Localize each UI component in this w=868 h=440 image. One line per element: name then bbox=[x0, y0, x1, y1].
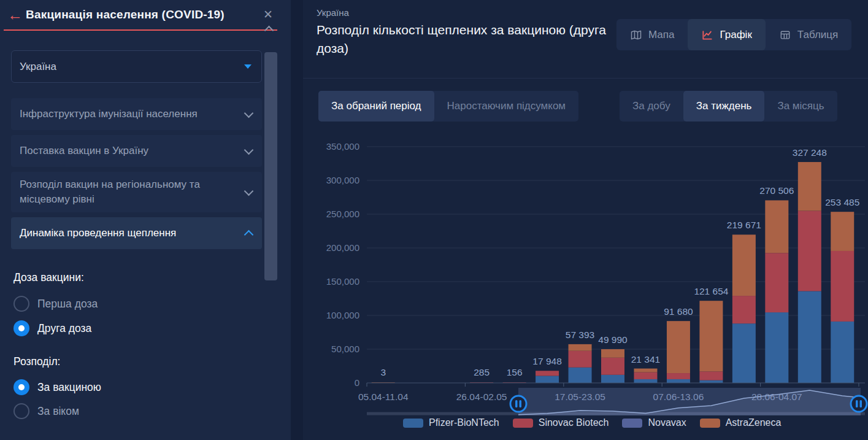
bar-value-label: 253 485 bbox=[825, 197, 859, 207]
bar-value-label: 57 393 bbox=[566, 330, 594, 340]
y-axis-tick-label: 0 bbox=[355, 377, 359, 388]
bar-segment bbox=[667, 373, 690, 379]
bar-segment bbox=[667, 379, 690, 383]
bar-value-label: 285 bbox=[474, 367, 490, 377]
radio-option[interactable]: За віком bbox=[13, 403, 79, 419]
stacked-bar-chart: 050,000100,000150,000200,000250,000300,0… bbox=[303, 0, 868, 440]
region-dropdown-value: Україна bbox=[20, 61, 56, 73]
bar-segment bbox=[798, 162, 821, 210]
legend-item[interactable]: Pfizer-BioNTech bbox=[403, 417, 499, 428]
bar-value-label: 219 671 bbox=[727, 220, 761, 230]
legend-swatch bbox=[622, 419, 642, 428]
bar-value-label: 91 680 bbox=[664, 306, 693, 317]
dropdown-caret-icon bbox=[244, 64, 252, 69]
bar-segment bbox=[601, 349, 624, 358]
legend-item[interactable]: AstraZeneca bbox=[700, 417, 782, 428]
sidebar: ← Вакцинація населення (COVID-19) ✕ Укра… bbox=[0, 0, 291, 440]
bar-value-label: 327 248 bbox=[793, 147, 827, 158]
radio-option[interactable]: За вакциною bbox=[13, 379, 101, 395]
bar-value-label: 17 948 bbox=[532, 356, 561, 366]
radio-selected-icon[interactable] bbox=[13, 379, 29, 395]
bar-segment bbox=[831, 212, 854, 251]
legend-swatch bbox=[403, 419, 423, 428]
back-arrow-icon[interactable]: ← bbox=[7, 7, 23, 23]
scroll-up-icon[interactable] bbox=[264, 26, 274, 36]
close-icon[interactable]: ✕ bbox=[263, 8, 273, 21]
bar-segment bbox=[798, 211, 821, 291]
legend-swatch bbox=[700, 419, 720, 428]
bar-value-label: 49 990 bbox=[598, 334, 628, 345]
chevron-down-icon bbox=[244, 108, 254, 118]
x-axis-tick-label: 05.04-11.04 bbox=[358, 392, 409, 402]
sidebar-menu-item[interactable]: Динаміка проведення щеплення bbox=[11, 217, 262, 249]
sidebar-menu-item-label: Інфраструктура імунізації населення bbox=[20, 107, 198, 122]
radio-option-label: За віком bbox=[37, 405, 79, 418]
slider-handle-left[interactable] bbox=[510, 396, 526, 412]
distribution-group-label: Розподіл: bbox=[13, 355, 60, 368]
pause-icon bbox=[515, 400, 518, 407]
sidebar-menu-item-label: Поставка вакцин в Україну bbox=[20, 144, 148, 158]
bar-value-label: 3 bbox=[380, 367, 386, 377]
bar-segment bbox=[732, 234, 756, 296]
legend-item[interactable]: Novavax bbox=[622, 417, 686, 428]
sidebar-menu-item[interactable]: Поставка вакцин в Україну bbox=[11, 135, 262, 167]
bar-segment bbox=[536, 371, 559, 376]
bar-value-label: 121 654 bbox=[694, 286, 728, 296]
bar-segment bbox=[569, 344, 592, 351]
legend-label: Sinovac Biotech bbox=[539, 417, 609, 428]
bar-segment bbox=[732, 296, 756, 323]
sidebar-menu-item[interactable]: Розподіл вакцин на регіональному та місц… bbox=[11, 172, 262, 212]
bar-segment bbox=[699, 380, 723, 383]
radio-unselected-icon[interactable] bbox=[13, 296, 29, 312]
bar-segment bbox=[798, 291, 821, 383]
y-axis-tick-label: 100,000 bbox=[326, 310, 359, 320]
bar-segment bbox=[536, 376, 559, 383]
y-axis-tick-label: 250,000 bbox=[326, 209, 359, 219]
chart-legend: Pfizer-BioNTechSinovac BiotechNovavaxAst… bbox=[403, 417, 781, 428]
bar-segment bbox=[699, 371, 723, 380]
y-axis-tick-label: 200,000 bbox=[326, 242, 359, 253]
bar-segment bbox=[732, 323, 756, 383]
bar-segment bbox=[765, 200, 788, 253]
bar-value-label: 21 341 bbox=[631, 354, 660, 365]
bar-segment bbox=[601, 358, 624, 375]
bar-segment bbox=[765, 312, 788, 383]
x-axis-tick-label: 26.04-02.05 bbox=[456, 392, 507, 402]
pause-icon bbox=[856, 400, 858, 407]
bar-segment bbox=[569, 351, 592, 368]
legend-item[interactable]: Sinovac Biotech bbox=[513, 417, 609, 428]
sidebar-title: Вакцинація населення (COVID-19) bbox=[26, 8, 225, 21]
bar-segment bbox=[569, 368, 592, 383]
y-axis-tick-label: 150,000 bbox=[326, 276, 359, 287]
bar-segment bbox=[765, 253, 788, 312]
radio-unselected-icon[interactable] bbox=[13, 403, 29, 419]
radio-option-label: Друга доза bbox=[37, 322, 91, 335]
sidebar-menu-item[interactable]: Інфраструктура імунізації населення bbox=[11, 98, 262, 130]
dose-group-label: Доза вакцини: bbox=[13, 271, 84, 284]
radio-option[interactable]: Перша доза bbox=[13, 296, 98, 312]
sidebar-menu-item-label: Розподіл вакцин на регіональному та місц… bbox=[20, 177, 239, 207]
radio-option-label: Перша доза bbox=[37, 298, 98, 311]
bar-segment bbox=[634, 369, 657, 372]
bar-segment bbox=[699, 301, 723, 371]
radio-option[interactable]: Друга доза bbox=[13, 320, 91, 336]
sidebar-menu-item-label: Динаміка проведення щеплення bbox=[20, 226, 176, 241]
bar-segment bbox=[634, 372, 657, 379]
y-axis-tick-label: 350,000 bbox=[326, 141, 359, 152]
sidebar-title-underline bbox=[4, 29, 277, 31]
legend-label: Novavax bbox=[648, 417, 686, 428]
chevron-down-icon bbox=[244, 145, 254, 155]
bar-segment bbox=[601, 375, 624, 383]
slider-handle-right[interactable] bbox=[851, 396, 867, 412]
radio-option-label: За вакциною bbox=[37, 381, 101, 394]
chevron-up-icon bbox=[244, 230, 254, 240]
bar-segment bbox=[831, 322, 854, 383]
legend-swatch bbox=[513, 419, 533, 428]
y-axis-tick-label: 300,000 bbox=[326, 175, 359, 185]
chevron-down-icon bbox=[244, 186, 254, 196]
legend-label: AstraZeneca bbox=[726, 417, 782, 428]
region-dropdown[interactable]: Україна bbox=[11, 50, 262, 83]
radio-selected-icon[interactable] bbox=[13, 320, 29, 336]
sidebar-scrollbar[interactable] bbox=[264, 52, 277, 280]
legend-label: Pfizer-BioNTech bbox=[429, 417, 499, 428]
